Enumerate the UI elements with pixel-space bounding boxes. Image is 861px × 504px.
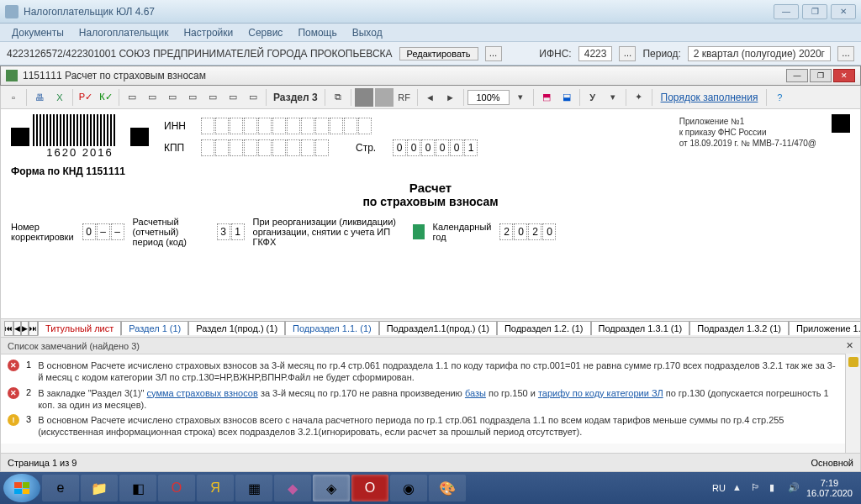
issues-close-button[interactable]: ✕ [846, 340, 853, 351]
taskbar-app-3-icon[interactable]: ◆ [274, 475, 311, 501]
new-icon[interactable]: ▫ [4, 88, 23, 107]
tray-lang[interactable]: RU [712, 483, 726, 493]
tab-sub-1-2[interactable]: Подраздел 1.2. (1) [497, 321, 591, 335]
tb-icon-7[interactable]: ▭ [244, 88, 262, 107]
next-page-icon[interactable]: ► [441, 88, 460, 107]
doc-close-button[interactable]: ✕ [833, 69, 855, 82]
taskbar-app-4-icon[interactable]: ◈ [313, 475, 350, 501]
org-more-button[interactable]: … [485, 46, 502, 61]
check-k-icon[interactable]: К✓ [97, 88, 115, 107]
taskbar-ie-icon[interactable]: e [42, 475, 79, 501]
tray-flag-icon[interactable]: 🏳 [751, 482, 763, 494]
tab-sub-1-1[interactable]: Подраздел 1.1. (1) [285, 321, 379, 335]
tb-rf-icon[interactable]: RF [395, 88, 414, 107]
tb-icon-5[interactable]: ▭ [203, 88, 222, 107]
excel-icon[interactable]: X [50, 88, 69, 107]
param-period-cells[interactable]: 31 [217, 223, 245, 240]
tb-color-2-icon[interactable] [375, 88, 394, 107]
tray-clock[interactable]: 7:19 16.07.2020 [806, 478, 853, 498]
barcode [33, 114, 117, 146]
param-corr-cells[interactable]: 0–– [82, 223, 124, 240]
tab-last-button[interactable]: ⏭ [29, 321, 38, 336]
tray-icon-1[interactable]: ▲ [732, 482, 744, 494]
tab-section-1-cont[interactable]: Раздел 1(прод.) (1) [188, 321, 285, 335]
menu-documents[interactable]: Документы [5, 25, 71, 40]
param-year-label: Календарный год [433, 222, 492, 242]
menu-settings[interactable]: Настройки [177, 25, 240, 40]
period-value: 2 квартал (полугодие) 2020г [688, 46, 831, 61]
kpp-cells[interactable] [201, 139, 329, 156]
tab-title-page[interactable]: Титульный лист [38, 321, 121, 336]
doc-maximize-button[interactable]: ❐ [810, 69, 832, 82]
tray-network-icon[interactable]: ▮ [769, 482, 781, 494]
wand-icon[interactable]: ✦ [630, 88, 648, 107]
underline-icon[interactable]: У [584, 88, 602, 107]
issue-row[interactable]: ✕ 2 В закладке "Раздел 3(1)" сумма страх… [1, 386, 845, 413]
tab-sub-1-1-cont[interactable]: Подраздел1.1(прод.) (1) [379, 321, 497, 335]
tb-toggle-icon[interactable]: ⧉ [329, 88, 347, 107]
print-icon[interactable]: 🖶 [30, 88, 49, 107]
tab-nav: ⏮ ◀ ▶ ⏭ Титульный лист Раздел 1 (1) Разд… [1, 318, 860, 337]
fill-order-link[interactable]: Порядок заполнения [656, 92, 763, 103]
issue-row[interactable]: ✕ 1 В основном Расчете исчислено страхов… [1, 358, 845, 386]
tb-icon-3[interactable]: ▭ [163, 88, 182, 107]
tab-first-button[interactable]: ⏮ [4, 321, 13, 336]
taskbar-opera-icon[interactable]: O [158, 475, 195, 501]
zoom-input[interactable] [467, 90, 510, 105]
close-button[interactable]: ✕ [831, 4, 856, 19]
issue-number: 2 [26, 387, 31, 397]
titlebar: Налогоплательщик ЮЛ 4.67 — ❐ ✕ [0, 0, 861, 24]
issues-marker-icon[interactable] [848, 357, 858, 367]
taskbar-app-1-icon[interactable]: ◧ [119, 475, 156, 501]
help-icon[interactable]: ? [770, 88, 789, 107]
tb-icon-2[interactable]: ▭ [143, 88, 161, 107]
statusbar: Страница 1 из 9 Основной [1, 453, 860, 471]
minimize-button[interactable]: — [774, 4, 799, 19]
param-year-cells[interactable]: 2020 [499, 223, 556, 240]
tb-dropdown-icon[interactable]: ▾ [604, 88, 622, 107]
tb-icon-1[interactable]: ▭ [123, 88, 141, 107]
issue-row[interactable]: ! 3 В основном Расчете исчислено страхов… [1, 412, 845, 440]
tray-volume-icon[interactable]: 🔊 [788, 482, 800, 494]
period-more-button[interactable]: … [837, 46, 854, 61]
tb-icon-6[interactable]: ▭ [224, 88, 242, 107]
param-reorg-cell[interactable] [413, 224, 425, 239]
note-2: к приказу ФНС России [679, 127, 816, 138]
tb-tool-2-icon[interactable]: ⬓ [557, 88, 576, 107]
taskbar-chrome-icon[interactable]: ◉ [390, 475, 427, 501]
menu-exit[interactable]: Выход [346, 25, 389, 40]
tab-prev-button[interactable]: ◀ [13, 321, 21, 336]
tb-icon-4[interactable]: ▭ [183, 88, 202, 107]
ifns-more-button[interactable]: … [619, 46, 636, 61]
menu-help[interactable]: Помощь [291, 25, 343, 40]
edit-button[interactable]: Редактировать [399, 47, 478, 60]
maximize-button[interactable]: ❐ [802, 4, 827, 19]
tab-sub-1-3-1[interactable]: Подраздел 1.3.1 (1) [591, 321, 690, 335]
inn-cells[interactable] [201, 118, 372, 134]
doc-minimize-button[interactable]: — [786, 69, 808, 82]
tab-appendix-1-1[interactable]: Приложение 1.1 [789, 321, 860, 335]
issue-text: В закладке "Раздел 3(1)" сумма страховых… [38, 387, 838, 412]
menu-taxpayer[interactable]: Налогоплательщик [72, 25, 176, 40]
param-period-label: Расчетный (отчетный) период (код) [133, 217, 209, 247]
start-button[interactable] [3, 474, 40, 502]
menu-service[interactable]: Сервис [241, 25, 289, 40]
issue-text: В основном Расчете исчислено страховых в… [38, 414, 838, 438]
taskbar-yandex-icon[interactable]: Я [197, 475, 234, 501]
note-3: от 18.09.2019 г. № ММВ-7-11/470@ [679, 138, 816, 149]
tb-color-1-icon[interactable] [355, 88, 373, 107]
issue-text: В основном Расчете исчислено страховых в… [38, 360, 838, 384]
check-p-icon[interactable]: Р✓ [77, 88, 95, 107]
taskbar-paint-icon[interactable]: 🎨 [429, 475, 466, 501]
zoom-dropdown-icon[interactable]: ▾ [511, 88, 530, 107]
taskbar-explorer-icon[interactable]: 📁 [81, 475, 118, 501]
prev-page-icon[interactable]: ◄ [421, 88, 440, 107]
tab-next-button[interactable]: ▶ [21, 321, 29, 336]
tb-tool-1-icon[interactable]: ⬒ [537, 88, 556, 107]
taskbar-app-5-icon[interactable]: O [351, 475, 388, 501]
app-icon [5, 5, 18, 18]
tab-sub-1-3-2[interactable]: Подраздел 1.3.2 (1) [689, 321, 789, 335]
taskbar: e 📁 ◧ O Я ▦ ◆ ◈ O ◉ 🎨 RU ▲ 🏳 ▮ 🔊 7:19 16… [0, 472, 861, 504]
taskbar-app-2-icon[interactable]: ▦ [235, 475, 272, 501]
tab-section-1[interactable]: Раздел 1 (1) [121, 321, 188, 335]
